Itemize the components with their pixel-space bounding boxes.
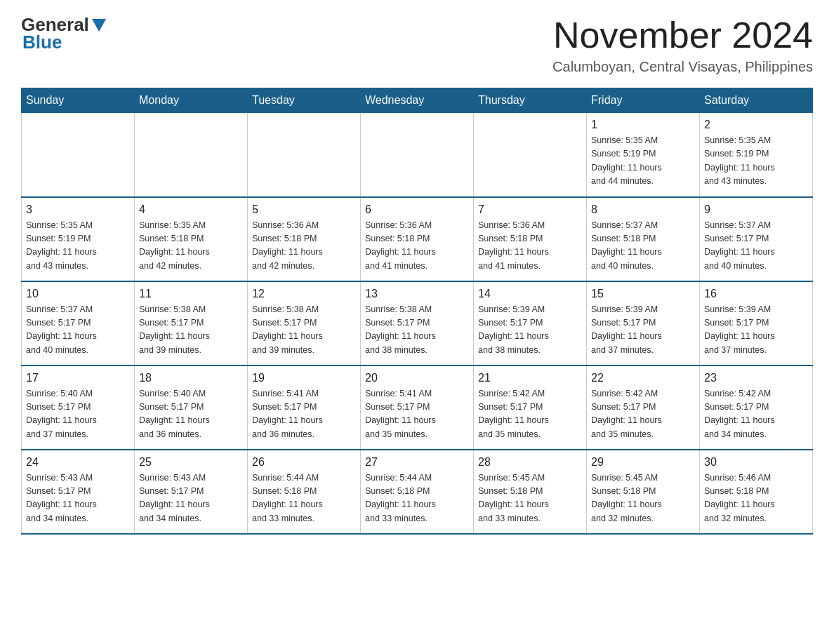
calendar-cell: 17Sunrise: 5:40 AM Sunset: 5:17 PM Dayli… [22,365,135,450]
day-info: Sunrise: 5:35 AM Sunset: 5:18 PM Dayligh… [139,219,243,274]
calendar-day-header: Saturday [700,88,813,113]
calendar-cell [474,113,587,197]
day-number: 16 [704,288,808,300]
calendar-week-row: 10Sunrise: 5:37 AM Sunset: 5:17 PM Dayli… [22,281,813,365]
day-info: Sunrise: 5:36 AM Sunset: 5:18 PM Dayligh… [365,219,469,274]
day-info: Sunrise: 5:41 AM Sunset: 5:17 PM Dayligh… [365,387,469,442]
day-number: 27 [365,456,469,469]
day-info: Sunrise: 5:44 AM Sunset: 5:18 PM Dayligh… [252,471,356,526]
day-number: 17 [26,372,130,384]
day-info: Sunrise: 5:39 AM Sunset: 5:17 PM Dayligh… [591,303,695,358]
title-area: November 2024 Calumboyan, Central Visaya… [552,14,813,75]
day-number: 4 [139,203,243,216]
calendar-cell [361,113,474,197]
logo-triangle-icon [92,19,106,32]
calendar-cell: 20Sunrise: 5:41 AM Sunset: 5:17 PM Dayli… [361,365,474,450]
day-info: Sunrise: 5:45 AM Sunset: 5:18 PM Dayligh… [591,471,695,526]
calendar-day-header: Sunday [22,88,135,113]
day-number: 24 [26,456,130,469]
day-info: Sunrise: 5:37 AM Sunset: 5:18 PM Dayligh… [591,219,695,274]
day-number: 28 [478,456,582,469]
calendar-cell [135,113,248,197]
day-info: Sunrise: 5:38 AM Sunset: 5:17 PM Dayligh… [252,303,356,358]
day-number: 1 [591,119,695,131]
calendar-cell: 30Sunrise: 5:46 AM Sunset: 5:18 PM Dayli… [700,450,813,534]
calendar-day-header: Wednesday [361,88,474,113]
day-info: Sunrise: 5:42 AM Sunset: 5:17 PM Dayligh… [478,387,582,442]
day-info: Sunrise: 5:36 AM Sunset: 5:18 PM Dayligh… [478,219,582,274]
calendar-week-row: 1Sunrise: 5:35 AM Sunset: 5:19 PM Daylig… [22,113,813,197]
calendar-cell: 21Sunrise: 5:42 AM Sunset: 5:17 PM Dayli… [474,365,587,450]
calendar-cell: 29Sunrise: 5:45 AM Sunset: 5:18 PM Dayli… [587,450,700,534]
day-info: Sunrise: 5:39 AM Sunset: 5:17 PM Dayligh… [704,303,808,358]
calendar-cell: 11Sunrise: 5:38 AM Sunset: 5:17 PM Dayli… [135,281,248,365]
day-number: 8 [591,203,695,216]
day-info: Sunrise: 5:37 AM Sunset: 5:17 PM Dayligh… [26,303,130,358]
calendar-day-header: Thursday [474,88,587,113]
day-number: 6 [365,203,469,216]
calendar-cell: 23Sunrise: 5:42 AM Sunset: 5:17 PM Dayli… [700,365,813,450]
day-number: 15 [591,288,695,300]
day-info: Sunrise: 5:37 AM Sunset: 5:17 PM Dayligh… [704,219,808,274]
day-info: Sunrise: 5:40 AM Sunset: 5:17 PM Dayligh… [139,387,243,442]
calendar-day-header: Friday [587,88,700,113]
calendar-cell: 28Sunrise: 5:45 AM Sunset: 5:18 PM Dayli… [474,450,587,534]
calendar-cell: 1Sunrise: 5:35 AM Sunset: 5:19 PM Daylig… [587,113,700,197]
day-info: Sunrise: 5:42 AM Sunset: 5:17 PM Dayligh… [704,387,808,442]
calendar-cell: 27Sunrise: 5:44 AM Sunset: 5:18 PM Dayli… [361,450,474,534]
calendar-cell: 13Sunrise: 5:38 AM Sunset: 5:17 PM Dayli… [361,281,474,365]
day-number: 7 [478,203,582,216]
calendar-cell: 16Sunrise: 5:39 AM Sunset: 5:17 PM Dayli… [700,281,813,365]
calendar-week-row: 3Sunrise: 5:35 AM Sunset: 5:19 PM Daylig… [22,197,813,281]
calendar-cell: 19Sunrise: 5:41 AM Sunset: 5:17 PM Dayli… [248,365,361,450]
calendar-cell: 2Sunrise: 5:35 AM Sunset: 5:19 PM Daylig… [700,113,813,197]
day-number: 21 [478,372,582,384]
day-number: 13 [365,288,469,300]
calendar-day-header: Tuesday [248,88,361,113]
day-number: 3 [26,203,130,216]
day-number: 9 [704,203,808,216]
calendar-cell: 12Sunrise: 5:38 AM Sunset: 5:17 PM Dayli… [248,281,361,365]
day-number: 26 [252,456,356,469]
calendar-cell: 3Sunrise: 5:35 AM Sunset: 5:19 PM Daylig… [22,197,135,281]
day-info: Sunrise: 5:42 AM Sunset: 5:17 PM Dayligh… [591,387,695,442]
day-number: 19 [252,372,356,384]
calendar-cell: 15Sunrise: 5:39 AM Sunset: 5:17 PM Dayli… [587,281,700,365]
calendar-cell: 5Sunrise: 5:36 AM Sunset: 5:18 PM Daylig… [248,197,361,281]
day-number: 18 [139,372,243,384]
calendar-day-header: Monday [135,88,248,113]
day-number: 20 [365,372,469,384]
day-number: 22 [591,372,695,384]
calendar-cell: 25Sunrise: 5:43 AM Sunset: 5:17 PM Dayli… [135,450,248,534]
day-number: 2 [704,119,808,131]
day-number: 25 [139,456,243,469]
day-info: Sunrise: 5:45 AM Sunset: 5:18 PM Dayligh… [478,471,582,526]
calendar-cell: 4Sunrise: 5:35 AM Sunset: 5:18 PM Daylig… [135,197,248,281]
day-number: 5 [252,203,356,216]
day-number: 10 [26,288,130,300]
day-info: Sunrise: 5:43 AM Sunset: 5:17 PM Dayligh… [139,471,243,526]
day-info: Sunrise: 5:35 AM Sunset: 5:19 PM Dayligh… [704,134,808,189]
calendar-table: SundayMondayTuesdayWednesdayThursdayFrid… [21,88,813,535]
calendar-cell: 22Sunrise: 5:42 AM Sunset: 5:17 PM Dayli… [587,365,700,450]
day-number: 23 [704,372,808,384]
day-info: Sunrise: 5:35 AM Sunset: 5:19 PM Dayligh… [591,134,695,189]
day-info: Sunrise: 5:46 AM Sunset: 5:18 PM Dayligh… [704,471,808,526]
location-subtitle: Calumboyan, Central Visayas, Philippines [552,59,813,75]
day-info: Sunrise: 5:44 AM Sunset: 5:18 PM Dayligh… [365,471,469,526]
day-info: Sunrise: 5:35 AM Sunset: 5:19 PM Dayligh… [26,219,130,274]
day-number: 29 [591,456,695,469]
calendar-cell: 24Sunrise: 5:43 AM Sunset: 5:17 PM Dayli… [22,450,135,534]
day-number: 11 [139,288,243,300]
day-number: 12 [252,288,356,300]
logo: General Blue [21,14,107,53]
calendar-week-row: 24Sunrise: 5:43 AM Sunset: 5:17 PM Dayli… [22,450,813,534]
header: General Blue November 2024 Calumboyan, C… [21,14,813,75]
logo-blue-text: Blue [21,32,62,53]
day-info: Sunrise: 5:36 AM Sunset: 5:18 PM Dayligh… [252,219,356,274]
month-year-title: November 2024 [552,14,813,56]
calendar-cell: 8Sunrise: 5:37 AM Sunset: 5:18 PM Daylig… [587,197,700,281]
calendar-cell: 14Sunrise: 5:39 AM Sunset: 5:17 PM Dayli… [474,281,587,365]
day-info: Sunrise: 5:40 AM Sunset: 5:17 PM Dayligh… [26,387,130,442]
day-number: 30 [704,456,808,469]
